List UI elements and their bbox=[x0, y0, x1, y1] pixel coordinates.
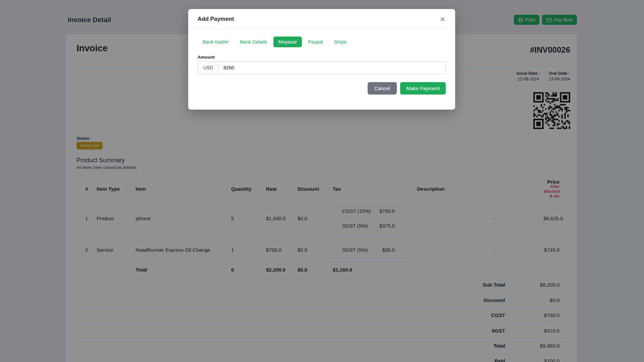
modal-footer: Cancel Make Payment bbox=[188, 74, 455, 110]
currency-prefix: USD bbox=[198, 61, 218, 74]
modal-header: Add Payment × bbox=[188, 9, 455, 29]
payment-tab[interactable]: Paypal bbox=[303, 37, 328, 47]
close-icon[interactable]: × bbox=[439, 16, 446, 22]
payment-method-tabs: Bank trasferBank DetailsMoyasarPaypalStr… bbox=[198, 37, 446, 47]
amount-label: Amount bbox=[198, 55, 446, 60]
payment-tab[interactable]: Moyasar bbox=[273, 37, 302, 47]
make-payment-button[interactable]: Make Payment bbox=[400, 82, 446, 95]
payment-tab[interactable]: Stripe bbox=[329, 37, 352, 47]
modal-body: Bank trasferBank DetailsMoyasarPaypalStr… bbox=[188, 29, 455, 74]
cancel-button[interactable]: Cancel bbox=[368, 82, 397, 95]
payment-tab[interactable]: Bank Details bbox=[235, 37, 272, 47]
payment-tab[interactable]: Bank trasfer bbox=[198, 37, 234, 47]
amount-input-group: USD bbox=[198, 61, 446, 74]
amount-input[interactable] bbox=[218, 61, 446, 74]
modal-title: Add Payment bbox=[198, 16, 234, 22]
add-payment-modal: Add Payment × Bank trasferBank DetailsMo… bbox=[188, 9, 455, 110]
